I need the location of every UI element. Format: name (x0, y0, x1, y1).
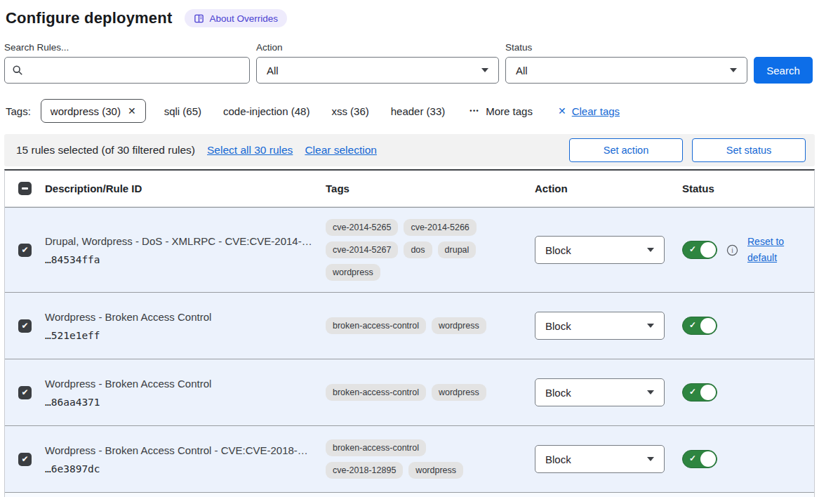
tags-cell: broken-access-control wordpress (326, 384, 505, 401)
set-status-button[interactable]: Set status (692, 138, 806, 162)
row-checkbox[interactable]: ✔ (18, 244, 32, 257)
tag-pill: cve-2018-12895 (326, 462, 403, 479)
chevron-down-icon (647, 457, 654, 461)
action-label: Action (256, 42, 499, 53)
tag-pill: broken-access-control (326, 384, 426, 401)
tag-link-xss[interactable]: xss (36) (331, 105, 368, 117)
tag-pill: cve-2014-5265 (326, 219, 398, 236)
tag-link-sqli[interactable]: sqli (65) (164, 105, 201, 117)
check-icon: ✓ (689, 453, 696, 463)
tags-bar-label: Tags: (6, 105, 31, 117)
chevron-down-icon (647, 390, 654, 394)
tag-pill: drupal (438, 241, 477, 258)
status-filter-value: All (516, 65, 528, 77)
status-cell: ✓ i Reset to default (682, 234, 814, 266)
check-icon: ✔ (21, 455, 28, 463)
book-icon (194, 13, 204, 24)
action-select[interactable]: Block (535, 378, 665, 406)
set-action-button[interactable]: Set action (569, 138, 683, 162)
status-field-group: Status All (505, 42, 747, 84)
action-cell: Block (535, 236, 682, 264)
table-row: ✔ Wordpress - Broken Access Control …521… (5, 292, 814, 359)
action-select[interactable]: Block (535, 312, 665, 340)
check-icon: ✓ (689, 387, 696, 397)
search-button[interactable]: Search (754, 57, 813, 84)
tag-link-code-injection[interactable]: code-injection (48) (223, 105, 309, 117)
clear-selection-link[interactable]: Clear selection (305, 144, 377, 157)
rule-id: …86aa4371 (45, 397, 326, 408)
status-cell: ✓ (682, 317, 814, 335)
tag-pill: wordpress (408, 462, 463, 479)
tag-pill: cve-2014-5266 (404, 219, 476, 236)
tag-link-header[interactable]: header (33) (391, 105, 446, 117)
status-toggle[interactable]: ✓ (682, 241, 717, 259)
col-header-tags: Tags (326, 183, 535, 194)
tag-pill: broken-access-control (326, 317, 426, 334)
search-box (4, 57, 250, 84)
search-field-group: Search Rules... (4, 42, 250, 84)
rule-description: Wordpress - Broken Access Control (45, 311, 326, 323)
selection-bar: 15 rules selected (of 30 filtered rules)… (4, 134, 815, 166)
tags-cell: cve-2014-5265 cve-2014-5266 cve-2014-526… (326, 219, 505, 281)
indeterminate-dash-icon (22, 187, 28, 190)
action-select[interactable]: Block (535, 236, 665, 264)
status-toggle[interactable]: ✓ (682, 383, 717, 402)
x-icon: ✕ (558, 105, 566, 117)
more-tags-label: More tags (486, 105, 533, 117)
action-cell: Block (535, 312, 682, 340)
status-toggle[interactable]: ✓ (682, 317, 717, 335)
tags-cell: broken-access-control wordpress (326, 317, 505, 334)
col-header-status: Status (682, 183, 814, 194)
check-icon: ✔ (21, 321, 28, 330)
search-input[interactable] (29, 58, 242, 83)
rule-id: …6e3897dc (45, 463, 326, 475)
row-checkbox[interactable]: ✔ (18, 386, 32, 399)
row-checkbox[interactable]: ✔ (18, 319, 32, 333)
row-checkbox[interactable]: ✔ (18, 453, 32, 466)
status-cell: ✓ (682, 450, 814, 468)
chevron-down-icon (730, 68, 737, 72)
check-icon: ✓ (689, 244, 696, 254)
table-row: ✔ Wordpress - Broken Access Control - CV… (5, 425, 814, 492)
action-cell: Block (535, 378, 682, 406)
configure-deployment-page: Configure deployment About Overrides Sea… (0, 0, 819, 504)
rule-description: Wordpress - Broken Access Control (45, 378, 326, 390)
reset-to-default-link[interactable]: Reset to default (747, 234, 792, 266)
about-overrides-badge[interactable]: About Overrides (185, 9, 287, 27)
status-cell: ✓ (682, 383, 814, 402)
description-cell: Wordpress - Broken Access Control - CVE:… (45, 444, 326, 475)
info-icon[interactable]: i (726, 244, 738, 256)
tag-pill: dos (404, 241, 432, 258)
description-cell: Drupal, Wordpress - DoS - XMLRPC - CVE:C… (45, 235, 326, 265)
remove-tag-icon[interactable]: ✕ (128, 105, 136, 117)
action-filter-select[interactable]: All (256, 57, 499, 84)
tag-pill: broken-access-control (326, 439, 426, 456)
status-filter-select[interactable]: All (505, 57, 747, 84)
clear-tags-label: Clear tags (572, 105, 620, 117)
action-value: Block (545, 244, 571, 256)
rule-description: Drupal, Wordpress - DoS - XMLRPC - CVE:C… (45, 235, 326, 247)
svg-text:i: i (731, 247, 733, 254)
page-title: Configure deployment (6, 9, 172, 27)
status-toggle[interactable]: ✓ (682, 450, 717, 468)
tag-pill: wordpress (432, 384, 486, 401)
selected-tag-wordpress[interactable]: wordpress (30) ✕ (41, 99, 146, 123)
toggle-knob (700, 318, 716, 333)
tag-pill: wordpress (432, 317, 486, 334)
status-label: Status (505, 42, 747, 53)
more-tags-button[interactable]: ••• More tags (470, 105, 533, 117)
chevron-down-icon (481, 68, 488, 72)
rule-id: …521e1eff (45, 330, 326, 341)
action-cell: Block (535, 445, 682, 473)
selection-summary: 15 rules selected (of 30 filtered rules) (16, 144, 195, 157)
select-all-link[interactable]: Select all 30 rules (207, 144, 293, 157)
about-overrides-label: About Overrides (209, 13, 278, 24)
select-all-checkbox[interactable] (18, 182, 32, 195)
tags-cell: broken-access-control cve-2018-12895 wor… (326, 439, 505, 479)
action-select[interactable]: Block (535, 445, 665, 473)
table-row: ✔ Wordpress - Broken Access Control …86a… (5, 359, 814, 425)
clear-tags-button[interactable]: ✕ Clear tags (558, 105, 620, 117)
chevron-down-icon (647, 248, 654, 252)
check-icon: ✓ (689, 320, 696, 330)
filters-row: Search Rules... Action All Status All (4, 42, 815, 84)
